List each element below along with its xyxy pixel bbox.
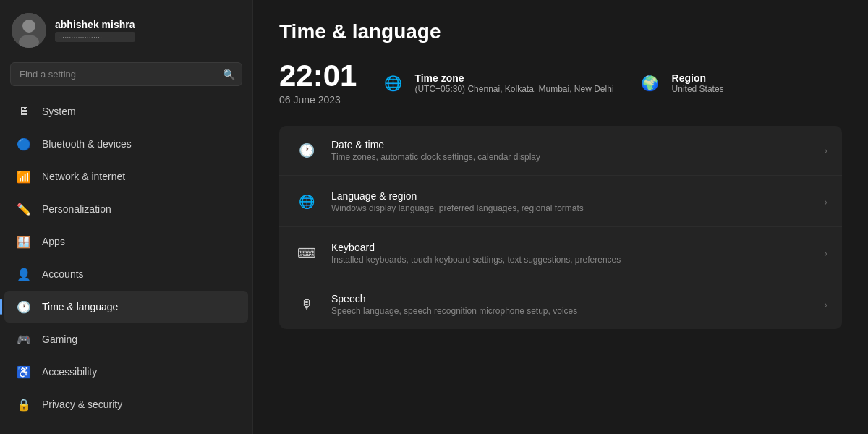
info-bar: 22:01 06 June 2023 🌐 Time zone (UTC+05:3… <box>279 61 842 106</box>
sidebar-item-time-language[interactable]: 🕐 Time & language <box>4 291 248 323</box>
nav-list: 🖥 System 🔵 Bluetooth & devices 📶 Network… <box>0 95 252 434</box>
nav-label-privacy: Privacy & security <box>42 399 122 410</box>
settings-icon-language-region: 🌐 <box>294 189 320 215</box>
nav-icon-accessibility: ♿ <box>16 364 32 380</box>
timezone-value: (UTC+05:30) Chennai, Kolkata, Mumbai, Ne… <box>414 84 613 94</box>
nav-label-personalization: Personalization <box>42 203 111 215</box>
nav-label-network: Network & internet <box>42 171 125 182</box>
settings-icon-date-time: 🕐 <box>294 137 320 163</box>
sidebar-item-gaming[interactable]: 🎮 Gaming <box>4 323 248 355</box>
nav-icon-system: 🖥 <box>16 103 32 119</box>
chevron-right-icon-keyboard: › <box>824 247 827 259</box>
nav-icon-gaming: 🎮 <box>16 331 32 347</box>
main-content: Time & language 22:01 06 June 2023 🌐 Tim… <box>253 0 868 434</box>
nav-label-time-language: Time & language <box>42 301 118 312</box>
avatar <box>12 13 46 48</box>
settings-title-speech: Speech <box>331 293 812 305</box>
timezone-card[interactable]: 🌐 Time zone (UTC+05:30) Chennai, Kolkata… <box>380 70 613 96</box>
settings-desc-keyboard: Installed keyboards, touch keyboard sett… <box>331 255 812 265</box>
sidebar-item-network[interactable]: 📶 Network & internet <box>4 161 248 192</box>
sidebar-item-system[interactable]: 🖥 System <box>4 95 248 127</box>
settings-title-keyboard: Keyboard <box>331 242 812 253</box>
settings-title-date-time: Date & time <box>331 139 812 150</box>
settings-list: 🕐 Date & time Time zones, automatic cloc… <box>279 126 842 329</box>
region-label: Region <box>672 72 724 84</box>
user-name: abhishek mishra <box>55 19 135 30</box>
current-time: 22:01 <box>279 61 357 91</box>
chevron-right-icon-speech: › <box>824 299 827 310</box>
settings-item-keyboard[interactable]: ⌨ Keyboard Installed keyboards, touch ke… <box>279 229 842 278</box>
settings-icon-keyboard: ⌨ <box>294 240 320 266</box>
nav-label-apps: Apps <box>42 236 65 247</box>
settings-text-language-region: Language & region Windows display langua… <box>331 190 812 213</box>
settings-title-language-region: Language & region <box>331 190 812 202</box>
settings-desc-date-time: Time zones, automatic clock settings, ca… <box>331 152 812 162</box>
settings-text-keyboard: Keyboard Installed keyboards, touch keyb… <box>331 242 812 265</box>
settings-text-speech: Speech Speech language, speech recogniti… <box>331 293 812 316</box>
nav-icon-accounts: 👤 <box>16 266 32 282</box>
user-profile[interactable]: abhishek mishra ···················· <box>0 0 252 59</box>
region-value: United States <box>672 84 724 94</box>
region-text: Region United States <box>672 72 724 94</box>
nav-icon-bluetooth: 🔵 <box>16 136 32 152</box>
settings-item-language-region[interactable]: 🌐 Language & region Windows display lang… <box>279 177 842 227</box>
sidebar: abhishek mishra ···················· 🔍 🖥… <box>0 0 253 434</box>
search-box[interactable]: 🔍 <box>10 62 242 86</box>
user-info: abhishek mishra ···················· <box>55 19 135 42</box>
svg-point-1 <box>22 20 35 33</box>
settings-item-date-time[interactable]: 🕐 Date & time Time zones, automatic cloc… <box>279 126 842 176</box>
settings-desc-speech: Speech language, speech recognition micr… <box>331 306 812 316</box>
nav-icon-time-language: 🕐 <box>16 299 32 315</box>
chevron-right-icon-date-time: › <box>824 145 827 156</box>
nav-icon-privacy: 🔒 <box>16 396 32 412</box>
nav-icon-personalization: ✏️ <box>16 201 32 217</box>
region-card[interactable]: 🌍 Region United States <box>637 70 724 96</box>
settings-icon-speech: 🎙 <box>294 292 320 318</box>
current-date: 06 June 2023 <box>279 94 357 106</box>
sidebar-item-accessibility[interactable]: ♿ Accessibility <box>4 356 248 388</box>
nav-label-bluetooth: Bluetooth & devices <box>42 138 132 150</box>
search-input[interactable] <box>10 62 242 86</box>
time-display: 22:01 06 June 2023 <box>279 61 357 106</box>
sidebar-item-privacy[interactable]: 🔒 Privacy & security <box>4 388 248 420</box>
region-icon: 🌍 <box>637 70 663 96</box>
nav-icon-network: 📶 <box>16 169 32 184</box>
nav-label-gaming: Gaming <box>42 333 77 345</box>
sidebar-item-personalization[interactable]: ✏️ Personalization <box>4 193 248 225</box>
sidebar-item-accounts[interactable]: 👤 Accounts <box>4 258 248 290</box>
sidebar-item-bluetooth[interactable]: 🔵 Bluetooth & devices <box>4 128 248 160</box>
nav-icon-apps: 🪟 <box>16 234 32 250</box>
nav-label-accounts: Accounts <box>42 268 84 280</box>
nav-label-system: System <box>42 106 76 117</box>
sidebar-item-apps[interactable]: 🪟 Apps <box>4 226 248 258</box>
settings-desc-language-region: Windows display language, preferred lang… <box>331 203 812 213</box>
nav-label-accessibility: Accessibility <box>42 366 97 378</box>
settings-text-date-time: Date & time Time zones, automatic clock … <box>331 139 812 162</box>
page-title: Time & language <box>279 20 842 43</box>
timezone-icon: 🌐 <box>380 70 406 96</box>
search-icon: 🔍 <box>223 69 235 80</box>
settings-item-speech[interactable]: 🎙 Speech Speech language, speech recogni… <box>279 280 842 329</box>
timezone-label: Time zone <box>414 72 613 84</box>
chevron-right-icon-language-region: › <box>824 196 827 208</box>
timezone-text: Time zone (UTC+05:30) Chennai, Kolkata, … <box>414 72 613 94</box>
user-account: ···················· <box>55 32 135 42</box>
